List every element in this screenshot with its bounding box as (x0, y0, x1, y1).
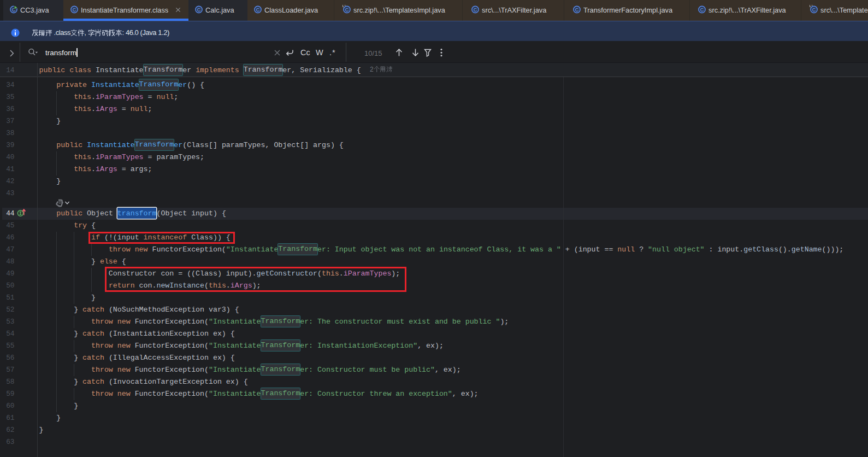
svg-text:C: C (812, 7, 816, 13)
svg-text:C: C (73, 7, 76, 13)
svg-text:C: C (575, 7, 579, 13)
svg-text:C: C (256, 7, 260, 13)
svg-text:C: C (474, 7, 477, 13)
svg-text:C: C (197, 7, 201, 13)
svg-text:C: C (700, 7, 704, 13)
svg-text:C: C (345, 7, 349, 13)
